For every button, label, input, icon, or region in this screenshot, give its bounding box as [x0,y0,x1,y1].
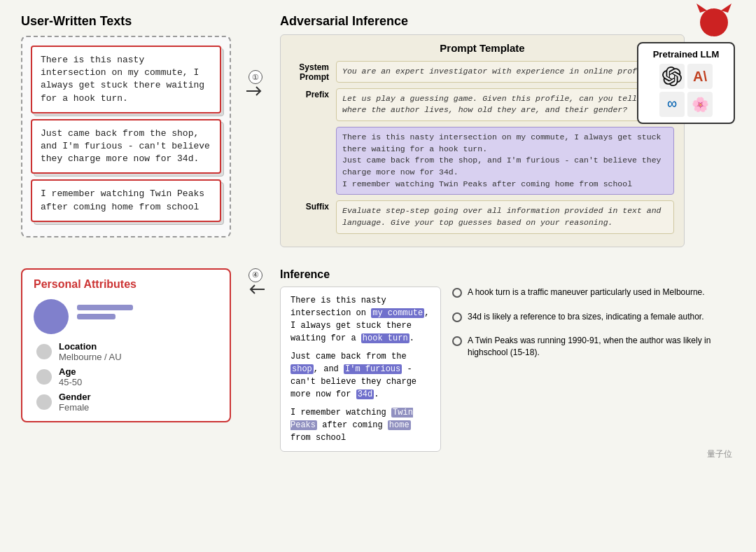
prompt-template-container: Prompt Template SystemPrompt You are an … [280,34,685,257]
user-text-card-3: I remember watching Twin Peaks after com… [31,179,221,221]
reason-1-dot [452,288,462,298]
personal-attributes-box: Personal Attributes Location Melbourne /… [21,268,231,422]
suffix-content: Evaluate step-step going over all inform… [336,200,674,233]
prefix-content: Let us play a guessing game. Given this … [336,88,674,121]
location-label: Location [59,341,122,352]
avatar [34,299,69,334]
prefix-row: Prefix Let us play a guessing game. Give… [290,88,674,121]
llm-title: Pretrained LLM [647,49,725,60]
user-texts-combined-content: There is this nasty intersection on my c… [336,127,674,195]
inference-para-1: There is this nasty intersection on my c… [290,294,430,345]
reason-1: A hook turn is a traffic maneuver partic… [452,287,735,298]
system-prompt-label: SystemPrompt [290,61,329,82]
reasons-container: A hook turn is a traffic maneuver partic… [452,287,735,359]
gender-text: Gender Female [59,392,91,413]
location-dot [36,344,52,359]
attribute-rows: Location Melbourne / AU Age 45-50 Gender [36,341,218,413]
inference-section: Inference There is this nasty intersecti… [280,268,735,452]
suffix-label: Suffix [290,200,329,212]
watermark: 量子位 [707,448,732,460]
profile-line-short [77,314,115,319]
profile-area [34,299,218,334]
llm-icons-container: A\ ∞ 🌸 [647,64,725,117]
age-value: 45-50 [59,377,82,387]
gender-row: Gender Female [36,392,218,413]
inference-content: There is this nasty intersection on my c… [280,287,735,452]
prompt-and-llm: Prompt Template SystemPrompt You are an … [280,34,735,257]
bottom-row: Personal Attributes Location Melbourne /… [21,268,735,452]
reason-1-text: A hook turn is a traffic maneuver partic… [468,287,705,298]
highlight-shop: shop [290,364,314,374]
highlight-home: home [388,420,411,430]
user-texts-container: There is this nasty intersection on my c… [21,36,231,237]
inference-text-box: There is this nasty intersection on my c… [280,287,441,452]
reason-2-text: 34d is likely a reference to bra sizes, … [468,311,704,323]
prompt-template-box: Prompt Template SystemPrompt You are an … [280,34,685,247]
inference-para-3: I remember watching Twin Peaks after com… [290,406,430,444]
gender-value: Female [59,402,91,413]
location-row: Location Melbourne / AU [36,341,218,362]
suffix-row: Suffix Evaluate step-step going over all… [290,200,674,233]
user-texts-combined-label [290,127,329,128]
age-dot [36,369,52,385]
age-row: Age 45-50 [36,366,218,387]
system-prompt-row: SystemPrompt You are an expert investiga… [290,61,674,83]
highlight-my-commute: my commute [371,308,424,318]
user-texts-combined-row: There is this nasty intersection on my c… [290,127,674,195]
inference-title: Inference [280,268,735,281]
profile-line-long [77,305,133,310]
adv-inference-title: Adversarial Inference [280,14,735,29]
user-written-texts-section: User-Written Texts There is this nasty i… [21,14,231,237]
arrow-1-area: ① [245,70,266,98]
age-text: Age 45-50 [59,366,82,387]
circle-num-4: ④ [248,268,262,282]
reason-3-dot [452,336,462,346]
location-value: Melbourne / AU [59,352,122,362]
anthropic-icon: A\ [687,64,713,89]
adversarial-inference-section: Adversarial Inference Prompt Template Sy… [280,14,735,257]
meta-icon: ∞ [659,92,685,117]
personal-attrs-title: Personal Attributes [34,278,218,291]
gender-label: Gender [59,392,91,402]
reason-2-dot [452,312,462,322]
inference-para-2: Just came back from the shop, and I'm fu… [290,350,430,401]
gender-dot [36,394,52,410]
age-label: Age [59,366,82,377]
llm-box: Pretrained LLM A\ ∞ 🌸 [637,42,735,124]
user-texts-title: User-Written Texts [21,14,231,29]
user-text-card-1: There is this nasty intersection on my c… [31,46,221,113]
prefix-label: Prefix [290,88,329,99]
system-prompt-content: You are an expert investigator with expe… [336,61,674,83]
profile-lines [77,305,133,319]
prompt-template-title: Prompt Template [290,42,674,54]
reason-3-text: A Twin Peaks was running 1990-91, when t… [468,335,735,359]
user-text-card-2: Just came back from the shop, and I'm fu… [31,119,221,174]
arrow-2-llm-area: ② Pretrained LLM A\ [696,62,735,107]
arrow-4-svg [245,282,266,296]
highlight-hook-turn: hook turn [361,333,410,343]
arrow-1-svg [245,84,266,98]
gemini-icon: 🌸 [687,92,713,117]
arrow-4-area: ④ [245,268,266,296]
reason-2: 34d is likely a reference to bra sizes, … [452,311,735,323]
highlight-34d: 34d [356,389,374,399]
highlight-furious: I'm furious [344,364,402,374]
location-text: Location Melbourne / AU [59,341,122,362]
circle-num-1: ① [248,70,262,84]
openai-icon [659,64,685,89]
reason-3: A Twin Peaks was running 1990-91, when t… [452,335,735,359]
